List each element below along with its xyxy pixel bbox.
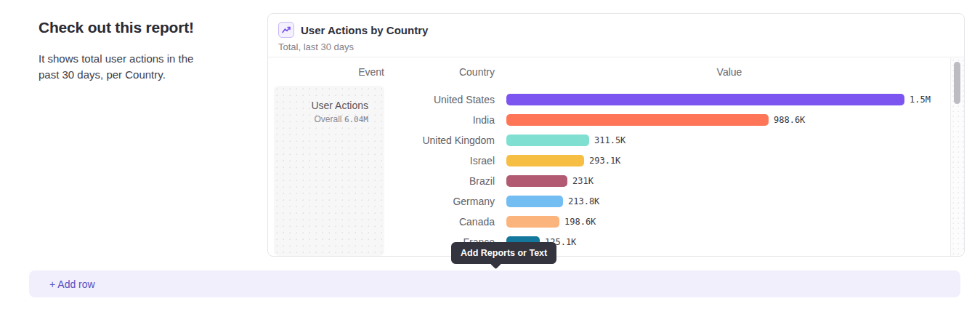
tooltip-caret [490,258,502,270]
bar-row: Israel293.1K [384,151,964,171]
country-label: Israel [384,155,495,166]
value-bar[interactable] [506,114,769,126]
add-reports-tooltip: Add Reports or Text [451,242,556,264]
bar-row: Canada198.6K [384,212,964,232]
bar-value-label: 311.5K [594,135,625,145]
bar-value-label: 988.6K [774,115,805,125]
value-bar[interactable] [506,155,584,166]
value-bar[interactable] [506,175,567,187]
column-header-value: Value [495,66,964,78]
intro-description: It shows total user actions in the past … [39,51,213,83]
bar-row: United Kingdom311.5K [384,130,964,151]
scrollbar-thumb[interactable] [954,62,960,104]
report-subtitle: Total, last 30 days [278,41,954,52]
event-overall-label: Overall [315,114,342,124]
report-card[interactable]: User Actions by Country Total, last 30 d… [267,13,965,257]
country-label: India [384,114,495,126]
line-chart-icon [278,22,294,38]
column-header-country: Country [384,66,495,78]
value-bar[interactable] [506,135,589,146]
intro-title: Check out this report! [39,19,220,36]
bar-chart-rows: United States1.5MIndia988.6KUnited Kingd… [384,86,964,256]
bar-row: Brazil231K [384,171,964,191]
country-label: United Kingdom [384,135,495,146]
bar-value-label: 198.6K [564,217,596,227]
event-overall: Overall 6.04M [281,114,368,124]
add-row-label: + Add row [49,278,95,290]
country-label: United States [384,94,495,105]
value-bar[interactable] [506,216,559,228]
report-table: Event Country Value User Actions Overall… [268,58,964,256]
bar-value-label: 231K [572,176,594,186]
country-label: Brazil [384,175,495,187]
bar-value-label: 293.1K [589,156,620,166]
event-cell[interactable]: User Actions Overall 6.04M [274,86,384,256]
value-bar[interactable] [506,196,563,207]
table-header-row: Event Country Value [268,58,964,86]
value-bar[interactable] [506,94,904,105]
event-name: User Actions [281,100,368,111]
tooltip-label: Add Reports or Text [461,248,547,258]
report-title[interactable]: User Actions by Country [301,24,428,36]
country-label: Germany [384,196,495,207]
bar-row: India988.6K [384,110,964,130]
bar-value-label: 1.5M [910,95,931,105]
vertical-scrollbar[interactable] [950,58,964,256]
bar-row: United States1.5M [384,89,964,110]
country-label: Canada [384,216,495,228]
report-intro: Check out this report! It shows total us… [39,19,220,83]
bar-row: Germany213.8K [384,191,964,212]
add-row-button[interactable]: + Add row [29,270,960,297]
bar-value-label: 213.8K [568,196,599,206]
report-card-header: User Actions by Country Total, last 30 d… [268,14,964,57]
column-header-event: Event [274,66,384,78]
event-overall-value: 6.04M [344,115,368,124]
